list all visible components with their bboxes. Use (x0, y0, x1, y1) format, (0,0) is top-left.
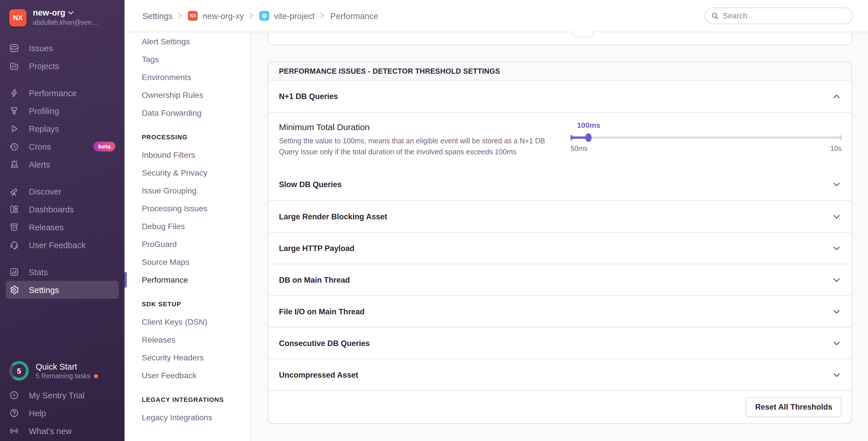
sidebar-item-projects[interactable]: Projects (6, 57, 119, 75)
chevron-down-icon (832, 307, 841, 316)
sidebar-item-settings[interactable]: Settings (6, 281, 119, 299)
settings-nav-item-data-forwarding[interactable]: Data Forwarding (124, 104, 250, 122)
react-project-icon (259, 11, 269, 21)
slider-thumb[interactable] (585, 133, 592, 142)
replays-icon (9, 124, 19, 134)
sidebar-item-issues[interactable]: Issues (6, 39, 119, 57)
sidebar-item-label: Releases (29, 223, 64, 232)
beta-badge: beta (94, 142, 115, 151)
detector-settings-card: PERFORMANCE ISSUES - DETECTOR THRESHOLD … (268, 62, 852, 424)
settings-nav-item-security-headers[interactable]: Security Headers (124, 348, 250, 366)
settings-sub-nav: Alert SettingsTagsEnvironmentsOwnership … (124, 32, 251, 441)
primary-sidebar: NX new-org abdullah.khan@sen… IssuesProj… (0, 0, 124, 441)
main-content: PERFORMANCE ISSUES - DETECTOR THRESHOLD … (251, 32, 868, 441)
slider-value-label: 100ms (570, 121, 841, 130)
sidebar-item-user-feedback[interactable]: User Feedback (6, 236, 119, 254)
detector-title: N+1 DB Queries (279, 92, 338, 101)
settings-nav-item-tags[interactable]: Tags (124, 50, 250, 68)
detector-row-uncompressed-asset[interactable]: Uncompressed Asset (269, 359, 851, 391)
sidebar-item-crons[interactable]: Cronsbeta (6, 138, 119, 156)
breadcrumb-item-performance[interactable]: Performance (330, 11, 378, 21)
sidebar-item-performance[interactable]: Performance (6, 84, 119, 102)
sidebar-item-what-s-new[interactable]: What's new (6, 422, 119, 440)
org-name: new-org (33, 8, 65, 17)
sidebar-item-label: Discover (29, 187, 61, 196)
help-icon (9, 408, 19, 418)
detector-title: Consecutive DB Queries (279, 339, 370, 347)
settings-nav-item-source-maps[interactable]: Source Maps (124, 253, 250, 271)
settings-nav-item-issue-grouping[interactable]: Issue Grouping (124, 181, 250, 199)
top-header: SettingsNXnew-org-xyvite-projectPerforma… (124, 0, 868, 32)
breadcrumb-label: new-org-xy (203, 11, 244, 21)
settings-nav-item-inbound-filters[interactable]: Inbound Filters (124, 146, 250, 164)
slider-min-label: 50ms (570, 144, 588, 152)
quick-start-progress-ring: 5 (9, 361, 29, 380)
sidebar-item-label: What's new (29, 426, 72, 436)
detector-row-n1-db-queries[interactable]: N+1 DB Queries (269, 80, 851, 112)
sidebar-item-label: Stats (29, 267, 48, 277)
detector-row-consecutive-db-queries[interactable]: Consecutive DB Queries (269, 327, 851, 359)
sidebar-item-discover[interactable]: Discover (6, 182, 119, 200)
chevron-down-icon (832, 371, 841, 379)
sidebar-item-help[interactable]: Help (6, 404, 119, 422)
settings-nav-item-environments[interactable]: Environments (124, 68, 250, 86)
settings-nav-item-alert-settings[interactable]: Alert Settings (124, 32, 250, 50)
sidebar-item-replays[interactable]: Replays (6, 120, 119, 138)
org-switcher[interactable]: NX new-org abdullah.khan@sen… (0, 0, 124, 37)
settings-icon (9, 285, 19, 295)
search-input[interactable] (723, 11, 847, 20)
app-window: NX new-org abdullah.khan@sen… IssuesProj… (0, 0, 868, 441)
minimum-total-duration-section: Minimum Total Duration Setting the value… (269, 112, 851, 169)
notification-dot (94, 374, 98, 378)
detector-row-large-http-payload[interactable]: Large HTTP Payload (269, 232, 851, 264)
reset-all-thresholds-button[interactable]: Reset All Thresholds (746, 397, 841, 417)
sidebar-item-label: Replays (29, 124, 59, 133)
breadcrumb-item-settings[interactable]: Settings (142, 11, 173, 21)
settings-nav-item-ownership-rules[interactable]: Ownership Rules (124, 86, 250, 104)
org-user-email: abdullah.khan@sen… (33, 19, 98, 26)
quick-start-item[interactable]: 5 Quick Start 5 Remaining tasks (0, 361, 124, 380)
trial-icon (9, 391, 19, 400)
nav-group: DiscoverDashboardsReleasesUser Feedback (0, 182, 124, 254)
breadcrumb-label: Settings (142, 11, 173, 21)
sidebar-item-alerts[interactable]: Alerts (6, 156, 119, 173)
settings-nav-section-header: PROCESSING (124, 128, 250, 146)
chevron-down-icon (832, 275, 841, 284)
settings-nav-item-legacy-integrations[interactable]: Legacy Integrations (124, 408, 250, 426)
chevron-down-icon (68, 11, 74, 15)
settings-nav-item-performance[interactable]: Performance (124, 271, 250, 289)
issues-icon (9, 43, 19, 53)
slider-track[interactable] (570, 136, 841, 139)
settings-nav-item-releases[interactable]: Releases (124, 331, 250, 348)
sidebar-item-label: Alerts (29, 160, 50, 169)
chevron-up-icon (832, 92, 841, 101)
sidebar-item-label: Help (29, 408, 46, 418)
sidebar-item-label: Crons (29, 142, 51, 151)
sidebar-item-profiling[interactable]: Profiling (6, 102, 119, 120)
sidebar-item-my-sentry-trial[interactable]: My Sentry Trial (6, 386, 119, 404)
sidebar-item-releases[interactable]: Releases (6, 218, 119, 236)
settings-nav-item-user-feedback[interactable]: User Feedback (124, 366, 250, 384)
detector-row-slow-db-queries[interactable]: Slow DB Queries (269, 169, 851, 200)
projects-icon (9, 61, 19, 71)
crons-icon (9, 142, 19, 151)
detector-row-large-render-blocking-asset[interactable]: Large Render Blocking Asset (269, 200, 851, 232)
detector-row-file-i-o-on-main-thread[interactable]: File I/O on Main Thread (269, 295, 851, 327)
settings-nav-item-debug-files[interactable]: Debug Files (124, 217, 250, 235)
breadcrumb-item-new-org-xy[interactable]: NXnew-org-xy (188, 11, 244, 21)
performance-icon (9, 88, 19, 98)
settings-nav-item-security-privacy[interactable]: Security & Privacy (124, 164, 250, 181)
quick-start-subtitle: 5 Remaining tasks (36, 372, 90, 379)
sidebar-item-label: My Sentry Trial (29, 391, 85, 400)
detector-row-db-on-main-thread[interactable]: DB on Main Thread (269, 264, 851, 295)
settings-nav-item-client-keys-dsn-[interactable]: Client Keys (DSN) (124, 313, 250, 331)
sidebar-item-dashboards[interactable]: Dashboards (6, 200, 119, 218)
search-input-wrap[interactable] (705, 7, 853, 24)
settings-nav-item-processing-issues[interactable]: Processing Issues (124, 199, 250, 217)
breadcrumb: SettingsNXnew-org-xyvite-projectPerforma… (142, 11, 378, 21)
sidebar-item-stats[interactable]: Stats (6, 263, 119, 281)
settings-nav-item-proguard[interactable]: ProGuard (124, 235, 250, 253)
nav-group: IssuesProjects (0, 39, 124, 75)
quick-start-count: 5 (17, 367, 21, 375)
breadcrumb-item-vite-project[interactable]: vite-project (259, 11, 315, 21)
